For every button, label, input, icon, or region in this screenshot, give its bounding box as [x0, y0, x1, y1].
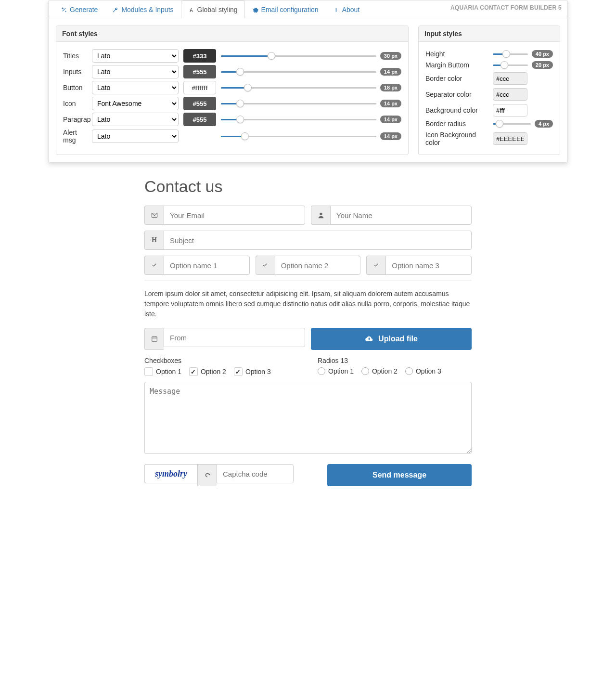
font-size-slider[interactable]: 14 px	[221, 100, 401, 107]
upload-button[interactable]: Upload file	[311, 328, 472, 350]
font-color-box[interactable]: #555	[183, 113, 216, 126]
font-color-box[interactable]: #555	[183, 97, 216, 110]
refresh-icon[interactable]	[197, 464, 217, 486]
checkbox-1[interactable]	[144, 367, 153, 376]
email-field	[144, 206, 305, 225]
svg-rect-2	[152, 337, 157, 342]
font-row-1: InputsLato#55514 px	[63, 65, 401, 78]
app-brand: AQUARIA CONTACT FORM BUILDER 5	[450, 4, 562, 11]
height-row: Height 40 px	[425, 50, 553, 58]
icon-bg-input[interactable]	[493, 132, 527, 145]
check-icon	[366, 256, 385, 275]
select-2[interactable]: Option name 2	[275, 256, 361, 275]
font-select[interactable]: Lato	[92, 49, 179, 63]
font-row-label: Titles	[63, 52, 87, 60]
message-textarea[interactable]	[144, 382, 472, 454]
separator	[144, 281, 472, 281]
font-row-label: Button	[63, 84, 87, 91]
checkbox-3[interactable]	[234, 367, 243, 376]
heading-icon: H	[144, 231, 164, 250]
builder-panel: AQUARIA CONTACT FORM BUILDER 5 Generate …	[48, 0, 568, 163]
captcha-input[interactable]	[217, 464, 294, 483]
user-icon	[311, 206, 330, 225]
paragraph-text: Lorem ipsum dolor sit amet, consectetur …	[144, 289, 472, 319]
radio-group: Radios 13 Option 1 Option 2 Option 3	[318, 357, 472, 376]
font-size-slider[interactable]: 18 px	[221, 84, 401, 91]
font-size-slider[interactable]: 14 px	[221, 132, 401, 140]
font-row-0: TitlesLato#33330 px	[63, 49, 401, 63]
radio-3[interactable]	[405, 367, 413, 375]
border-color-input[interactable]	[493, 72, 527, 85]
select-1[interactable]: Option name 1	[164, 256, 250, 275]
bg-color-input[interactable]	[493, 104, 527, 116]
font-row-5: Alert msgLato14 px	[63, 129, 401, 144]
magic-icon	[61, 7, 67, 13]
name-input[interactable]	[330, 206, 472, 225]
height-slider[interactable]: 40 px	[493, 50, 553, 58]
font-row-3: IconFont Awesome#55514 px	[63, 97, 401, 110]
envelope-icon	[144, 206, 164, 225]
wrench-icon	[112, 7, 118, 13]
form-preview: Contact us H Option name 1 Option name 2…	[135, 177, 481, 486]
margin-row: Margin Buttom 20 px	[425, 61, 553, 69]
radius-row: Border radius 4 px	[425, 120, 553, 128]
font-row-4: ParagrapLato#55514 px	[63, 113, 401, 126]
font-row-label: Paragrap	[63, 116, 87, 123]
select-3[interactable]: Option name 3	[385, 256, 472, 275]
info-icon	[333, 7, 339, 13]
font-styles-card: Font styles TitlesLato#33330 pxInputsLat…	[56, 26, 409, 155]
radius-slider[interactable]: 4 px	[493, 120, 553, 128]
checkbox-group: Checkboxes Option 1 Option 2 Option 3	[144, 357, 298, 376]
font-color-box[interactable]: #555	[183, 65, 216, 78]
font-row-label: Inputs	[63, 68, 87, 76]
cloud-upload-icon	[365, 335, 373, 343]
radio-1[interactable]	[318, 367, 325, 375]
tab-about[interactable]: About	[326, 0, 367, 18]
font-select[interactable]: Font Awesome	[92, 97, 179, 110]
date-input[interactable]	[164, 328, 305, 347]
font-size-slider[interactable]: 14 px	[221, 68, 401, 76]
checkbox-2[interactable]	[189, 367, 198, 376]
font-select[interactable]: Lato	[92, 81, 179, 94]
form-title: Contact us	[144, 177, 472, 196]
font-select[interactable]: Lato	[92, 65, 179, 78]
gear-icon	[252, 7, 258, 13]
tab-email-config[interactable]: Email configuration	[245, 0, 326, 18]
subject-field: H	[144, 231, 472, 250]
font-color-box[interactable]: #ffffff	[183, 81, 216, 94]
font-size-slider[interactable]: 30 px	[221, 52, 401, 60]
tab-modules[interactable]: Modules & Inputs	[105, 0, 180, 18]
subject-input[interactable]	[164, 231, 472, 250]
check-icon	[256, 256, 275, 275]
email-input[interactable]	[164, 206, 305, 225]
captcha-field: symbolry	[144, 464, 294, 486]
send-button[interactable]: Send message	[327, 464, 472, 486]
check-icon	[144, 256, 164, 275]
font-select[interactable]: Lato	[92, 129, 179, 143]
tab-bar: AQUARIA CONTACT FORM BUILDER 5 Generate …	[49, 0, 567, 18]
svg-point-1	[320, 213, 322, 215]
separator-color-input[interactable]	[493, 88, 527, 101]
font-row-label: Alert msg	[63, 129, 87, 144]
margin-slider[interactable]: 20 px	[493, 61, 553, 69]
input-styles-title: Input styles	[419, 26, 560, 42]
font-color-box[interactable]: #333	[183, 49, 216, 63]
font-styles-title: Font styles	[56, 26, 408, 42]
font-row-2: ButtonLato#ffffff18 px	[63, 81, 401, 94]
font-select[interactable]: Lato	[92, 113, 179, 126]
font-icon	[188, 7, 194, 13]
calendar-icon	[144, 328, 164, 350]
font-row-label: Icon	[63, 100, 87, 107]
tab-global-styling[interactable]: Global styling	[181, 0, 245, 18]
tab-generate[interactable]: Generate	[53, 0, 105, 18]
name-field	[311, 206, 472, 225]
captcha-image: symbolry	[144, 464, 197, 483]
input-styles-card: Input styles Height 40 px Margin Buttom …	[418, 26, 560, 155]
font-size-slider[interactable]: 14 px	[221, 116, 401, 123]
radio-2[interactable]	[361, 367, 369, 375]
